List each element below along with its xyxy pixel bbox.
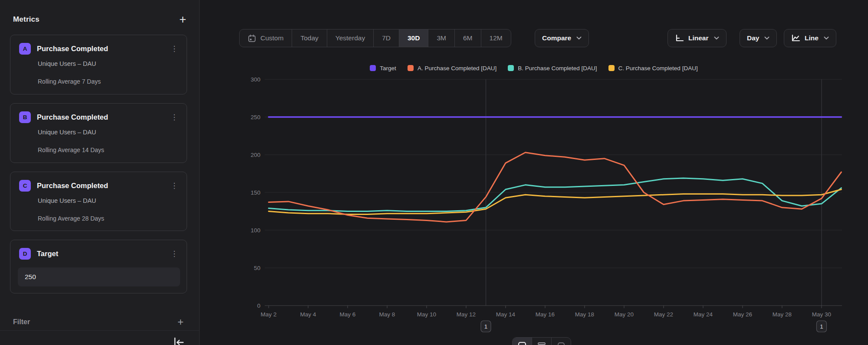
chart-card-icon [518, 342, 526, 345]
metric-measure-c: Unique Users – DAU [38, 197, 96, 204]
series-line-c [269, 189, 842, 215]
metric-card-d-header: D Target ⋮ [19, 247, 181, 260]
sidebar-header: Metrics + [13, 13, 186, 26]
bottom-view-toggle [512, 337, 571, 345]
metric-card-c-header: C Purchase Completed ⋮ [19, 179, 181, 192]
x-axis-label: May 22 [654, 311, 673, 318]
annotation-badge-label: 1 [484, 323, 488, 330]
collapse-sidebar-button[interactable] [173, 337, 184, 345]
y-axis-label: 150 [250, 189, 260, 196]
chart-canvas[interactable]: 050100150200250300May 2May 4May 6May 8Ma… [200, 0, 868, 345]
x-axis-label: May 6 [340, 311, 356, 318]
metric-card-a[interactable]: A Purchase Completed ⋮ Unique Users – DA… [10, 35, 187, 94]
metric-badge-d: D [19, 248, 31, 260]
x-axis-label: May 16 [536, 311, 555, 318]
x-axis-label: May 10 [417, 311, 436, 318]
x-axis-label: May 28 [773, 311, 792, 318]
metric-badge-a: A [19, 43, 31, 55]
kebab-menu-icon[interactable]: ⋮ [168, 181, 181, 190]
metric-transform-a: Rolling Average 7 Days [38, 78, 101, 85]
x-axis-label: May 30 [812, 311, 831, 318]
x-axis-label: May 8 [379, 311, 395, 318]
y-axis-label: 50 [254, 265, 260, 271]
metric-card-b-header: B Purchase Completed ⋮ [19, 111, 181, 123]
y-axis-label: 200 [250, 152, 260, 158]
kebab-menu-icon[interactable]: ⋮ [168, 44, 181, 53]
y-axis-label: 0 [257, 303, 260, 309]
metric-title-a: Purchase Completed [37, 45, 168, 53]
target-value-input[interactable]: 250 [18, 267, 180, 286]
annotation-badge-label: 1 [820, 323, 823, 330]
x-axis-label: May 14 [496, 311, 516, 318]
y-axis-label: 300 [250, 76, 260, 83]
metric-card-a-header: A Purchase Completed ⋮ [19, 42, 181, 55]
x-axis-label: May 26 [733, 311, 752, 318]
metrics-sidebar: Metrics + A Purchase Completed ⋮ Unique … [0, 0, 200, 345]
sidebar-title: Metrics [13, 15, 39, 24]
filter-section: Filter + [13, 316, 184, 329]
metric-card-b[interactable]: B Purchase Completed ⋮ Unique Users – DA… [10, 103, 187, 163]
x-axis-label: May 2 [261, 311, 277, 318]
chart-view-button[interactable] [513, 338, 532, 345]
x-axis-label: May 12 [457, 311, 476, 318]
metric-card-c[interactable]: C Purchase Completed ⋮ Unique Users – DA… [10, 172, 187, 231]
x-axis-label: May 20 [615, 311, 634, 318]
metric-transform-b: Rolling Average 14 Days [38, 146, 104, 153]
metric-badge-c: C [19, 180, 31, 192]
card-view-button[interactable] [552, 338, 571, 345]
table-rows-icon [537, 342, 546, 345]
add-metric-button[interactable]: + [179, 14, 186, 25]
y-axis-label: 100 [250, 227, 260, 234]
kebab-menu-icon[interactable]: ⋮ [168, 113, 181, 122]
x-axis-label: May 18 [575, 311, 594, 318]
metric-title-b: Purchase Completed [37, 113, 168, 121]
x-axis-label: May 24 [694, 311, 713, 318]
card-outline-icon [557, 342, 566, 345]
metric-card-d[interactable]: D Target ⋮ 250 [10, 240, 187, 293]
metric-measure-b: Unique Users – DAU [38, 129, 96, 136]
kebab-menu-icon[interactable]: ⋮ [168, 249, 181, 258]
metric-title-c: Purchase Completed [37, 182, 168, 190]
x-axis-label: May 4 [300, 311, 316, 318]
metric-transform-c: Rolling Average 28 Days [38, 215, 104, 222]
add-filter-button[interactable]: + [178, 316, 184, 328]
table-view-button[interactable] [532, 338, 552, 345]
y-axis-label: 250 [250, 114, 260, 120]
filter-label: Filter [13, 318, 30, 326]
sidebar-divider [0, 330, 199, 331]
metric-measure-a: Unique Users – DAU [38, 60, 96, 67]
metric-title-d: Target [37, 250, 168, 258]
collapse-left-icon [173, 337, 184, 345]
metric-badge-b: B [19, 111, 31, 123]
